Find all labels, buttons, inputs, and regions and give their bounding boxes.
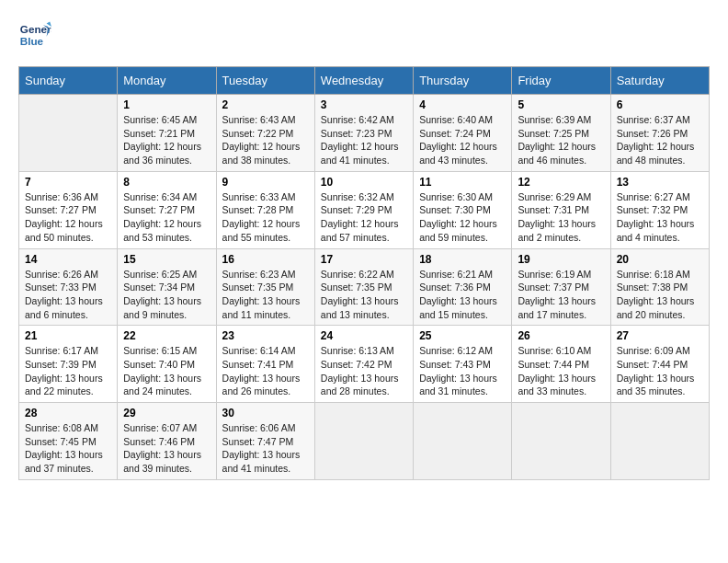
day-number: 10: [321, 176, 407, 189]
calendar-day-cell: 16 Sunrise: 6:23 AMSunset: 7:35 PMDaylig…: [216, 248, 314, 326]
day-number: 22: [123, 329, 210, 342]
day-info: Sunrise: 6:08 AMSunset: 7:45 PMDaylight:…: [25, 421, 111, 476]
day-info: Sunrise: 6:29 AMSunset: 7:31 PMDaylight:…: [518, 190, 604, 245]
calendar-day-cell: 1 Sunrise: 6:45 AMSunset: 7:21 PMDayligh…: [118, 95, 216, 172]
day-info: Sunrise: 6:34 AMSunset: 7:27 PMDaylight:…: [123, 190, 210, 245]
svg-text:Blue: Blue: [20, 35, 44, 47]
calendar-day-cell: 17 Sunrise: 6:22 AMSunset: 7:35 PMDaylig…: [314, 248, 413, 326]
day-info: Sunrise: 6:40 AMSunset: 7:24 PMDaylight:…: [419, 113, 506, 167]
day-number: 6: [617, 98, 703, 111]
day-number: 21: [25, 329, 111, 342]
day-info: Sunrise: 6:30 AMSunset: 7:30 PMDaylight:…: [419, 190, 506, 245]
day-info: Sunrise: 6:14 AMSunset: 7:41 PMDaylight:…: [222, 344, 309, 398]
day-info: Sunrise: 6:22 AMSunset: 7:35 PMDaylight:…: [321, 268, 407, 322]
page-header: General Blue: [18, 18, 710, 52]
day-number: 1: [123, 98, 210, 111]
day-info: Sunrise: 6:43 AMSunset: 7:22 PMDaylight:…: [222, 113, 309, 167]
calendar-day-cell: [414, 403, 512, 480]
calendar-day-cell: 10 Sunrise: 6:32 AMSunset: 7:29 PMDaylig…: [314, 171, 413, 248]
logo: General Blue: [18, 18, 55, 52]
day-number: 28: [25, 407, 111, 419]
day-number: 23: [222, 329, 309, 342]
calendar-day-cell: 22 Sunrise: 6:15 AMSunset: 7:40 PMDaylig…: [118, 326, 216, 403]
day-number: 3: [321, 98, 407, 111]
calendar-day-cell: 6 Sunrise: 6:37 AMSunset: 7:26 PMDayligh…: [610, 95, 709, 172]
calendar-week-row: 21 Sunrise: 6:17 AMSunset: 7:39 PMDaylig…: [19, 326, 710, 403]
day-info: Sunrise: 6:39 AMSunset: 7:25 PMDaylight:…: [518, 113, 604, 167]
calendar-day-cell: 29 Sunrise: 6:07 AMSunset: 7:46 PMDaylig…: [118, 403, 216, 480]
calendar-body: 1 Sunrise: 6:45 AMSunset: 7:21 PMDayligh…: [19, 95, 710, 480]
day-number: 15: [123, 253, 210, 266]
day-info: Sunrise: 6:13 AMSunset: 7:42 PMDaylight:…: [321, 344, 407, 398]
day-number: 9: [222, 176, 309, 189]
calendar-day-header: Tuesday: [216, 67, 314, 95]
day-number: 12: [518, 176, 604, 189]
calendar-day-header: Wednesday: [314, 67, 413, 95]
day-number: 18: [419, 253, 506, 266]
day-info: Sunrise: 6:07 AMSunset: 7:46 PMDaylight:…: [123, 421, 210, 476]
calendar-day-cell: 5 Sunrise: 6:39 AMSunset: 7:25 PMDayligh…: [512, 95, 610, 172]
calendar-day-header: Sunday: [19, 67, 118, 95]
day-info: Sunrise: 6:37 AMSunset: 7:26 PMDaylight:…: [617, 113, 703, 167]
day-info: Sunrise: 6:23 AMSunset: 7:35 PMDaylight:…: [222, 268, 309, 322]
day-info: Sunrise: 6:09 AMSunset: 7:44 PMDaylight:…: [617, 344, 703, 398]
day-number: 2: [222, 98, 309, 111]
calendar-day-cell: 30 Sunrise: 6:06 AMSunset: 7:47 PMDaylig…: [216, 403, 314, 480]
day-number: 17: [321, 253, 407, 266]
calendar-week-row: 14 Sunrise: 6:26 AMSunset: 7:33 PMDaylig…: [19, 248, 710, 326]
day-number: 20: [617, 253, 703, 266]
day-number: 29: [123, 407, 210, 419]
calendar-day-cell: 24 Sunrise: 6:13 AMSunset: 7:42 PMDaylig…: [314, 326, 413, 403]
calendar-day-cell: 7 Sunrise: 6:36 AMSunset: 7:27 PMDayligh…: [19, 171, 118, 248]
logo-icon: General Blue: [18, 18, 51, 52]
calendar-day-cell: 4 Sunrise: 6:40 AMSunset: 7:24 PMDayligh…: [414, 95, 512, 172]
calendar-header-row: SundayMondayTuesdayWednesdayThursdayFrid…: [19, 67, 710, 95]
day-info: Sunrise: 6:45 AMSunset: 7:21 PMDaylight:…: [123, 113, 210, 167]
day-info: Sunrise: 6:10 AMSunset: 7:44 PMDaylight:…: [518, 344, 604, 398]
calendar-day-cell: 23 Sunrise: 6:14 AMSunset: 7:41 PMDaylig…: [216, 326, 314, 403]
calendar-week-row: 28 Sunrise: 6:08 AMSunset: 7:45 PMDaylig…: [19, 403, 710, 480]
calendar-day-cell: 9 Sunrise: 6:33 AMSunset: 7:28 PMDayligh…: [216, 171, 314, 248]
calendar-day-cell: 28 Sunrise: 6:08 AMSunset: 7:45 PMDaylig…: [19, 403, 118, 480]
calendar-day-header: Saturday: [610, 67, 709, 95]
calendar-day-cell: [19, 95, 118, 172]
calendar-day-cell: 13 Sunrise: 6:27 AMSunset: 7:32 PMDaylig…: [610, 171, 709, 248]
day-number: 11: [419, 176, 506, 189]
day-info: Sunrise: 6:25 AMSunset: 7:34 PMDaylight:…: [123, 268, 210, 322]
day-number: 8: [123, 176, 210, 189]
calendar-day-cell: 20 Sunrise: 6:18 AMSunset: 7:38 PMDaylig…: [610, 248, 709, 326]
day-info: Sunrise: 6:06 AMSunset: 7:47 PMDaylight:…: [222, 421, 309, 476]
day-info: Sunrise: 6:12 AMSunset: 7:43 PMDaylight:…: [419, 344, 506, 398]
calendar-day-cell: [314, 403, 413, 480]
day-number: 5: [518, 98, 604, 111]
calendar-day-cell: 11 Sunrise: 6:30 AMSunset: 7:30 PMDaylig…: [414, 171, 512, 248]
day-number: 13: [617, 176, 703, 189]
day-info: Sunrise: 6:19 AMSunset: 7:37 PMDaylight:…: [518, 268, 604, 322]
calendar-day-cell: 26 Sunrise: 6:10 AMSunset: 7:44 PMDaylig…: [512, 326, 610, 403]
calendar-day-cell: [512, 403, 610, 480]
calendar-header: SundayMondayTuesdayWednesdayThursdayFrid…: [19, 67, 710, 95]
day-info: Sunrise: 6:27 AMSunset: 7:32 PMDaylight:…: [617, 190, 703, 245]
day-info: Sunrise: 6:26 AMSunset: 7:33 PMDaylight:…: [25, 268, 111, 322]
day-info: Sunrise: 6:15 AMSunset: 7:40 PMDaylight:…: [123, 344, 210, 398]
day-number: 4: [419, 98, 506, 111]
calendar-day-cell: 14 Sunrise: 6:26 AMSunset: 7:33 PMDaylig…: [19, 248, 118, 326]
day-info: Sunrise: 6:21 AMSunset: 7:36 PMDaylight:…: [419, 268, 506, 322]
day-number: 14: [25, 253, 111, 266]
day-number: 27: [617, 329, 703, 342]
svg-text:General: General: [20, 23, 51, 35]
calendar-day-cell: 25 Sunrise: 6:12 AMSunset: 7:43 PMDaylig…: [414, 326, 512, 403]
calendar-week-row: 7 Sunrise: 6:36 AMSunset: 7:27 PMDayligh…: [19, 171, 710, 248]
day-number: 26: [518, 329, 604, 342]
day-number: 24: [321, 329, 407, 342]
calendar-day-cell: 8 Sunrise: 6:34 AMSunset: 7:27 PMDayligh…: [118, 171, 216, 248]
calendar-week-row: 1 Sunrise: 6:45 AMSunset: 7:21 PMDayligh…: [19, 95, 710, 172]
calendar-day-cell: 19 Sunrise: 6:19 AMSunset: 7:37 PMDaylig…: [512, 248, 610, 326]
calendar-day-cell: 27 Sunrise: 6:09 AMSunset: 7:44 PMDaylig…: [610, 326, 709, 403]
day-number: 30: [222, 407, 309, 419]
calendar-day-header: Monday: [118, 67, 216, 95]
day-info: Sunrise: 6:32 AMSunset: 7:29 PMDaylight:…: [321, 190, 407, 245]
calendar-day-header: Thursday: [414, 67, 512, 95]
day-info: Sunrise: 6:42 AMSunset: 7:23 PMDaylight:…: [321, 113, 407, 167]
day-info: Sunrise: 6:17 AMSunset: 7:39 PMDaylight:…: [25, 344, 111, 398]
